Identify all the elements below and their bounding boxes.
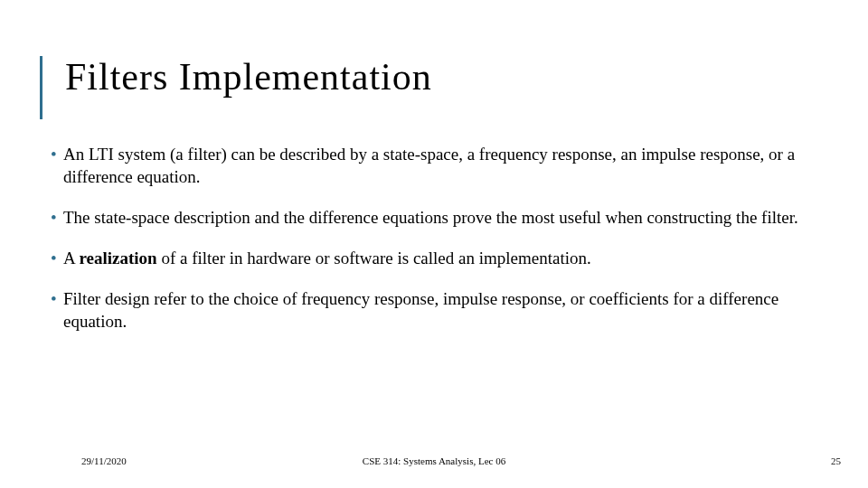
footer-date: 29/11/2020 xyxy=(81,455,127,466)
bullet-text: Filter design refer to the choice of fre… xyxy=(63,289,778,331)
bullet-text: The state-space description and the diff… xyxy=(63,208,798,227)
content-area: An LTI system (a filter) can be describe… xyxy=(51,143,825,351)
footer-page-number: 25 xyxy=(831,455,841,466)
bullet-text-bold: realization xyxy=(79,249,156,267)
bullet-item: Filter design refer to the choice of fre… xyxy=(51,287,825,333)
footer-course: CSE 314: Systems Analysis, Lec 06 xyxy=(363,455,505,466)
bullet-item: An LTI system (a filter) can be describe… xyxy=(51,143,825,188)
bullet-item: The state-space description and the diff… xyxy=(51,206,825,229)
bullet-item: A realization of a filter in hardware or… xyxy=(51,247,825,269)
bullet-text-pre: A xyxy=(63,249,79,267)
bullet-text-post: of a filter in hardware or software is c… xyxy=(157,249,591,267)
slide-title: Filters Implementation xyxy=(65,56,432,98)
bullet-text: An LTI system (a filter) can be describe… xyxy=(63,145,795,186)
title-block: Filters Implementation xyxy=(40,56,432,98)
footer: 29/11/2020 CSE 314: Systems Analysis, Le… xyxy=(0,448,868,466)
slide: Filters Implementation An LTI system (a … xyxy=(0,0,868,488)
title-accent-rule xyxy=(40,56,42,119)
